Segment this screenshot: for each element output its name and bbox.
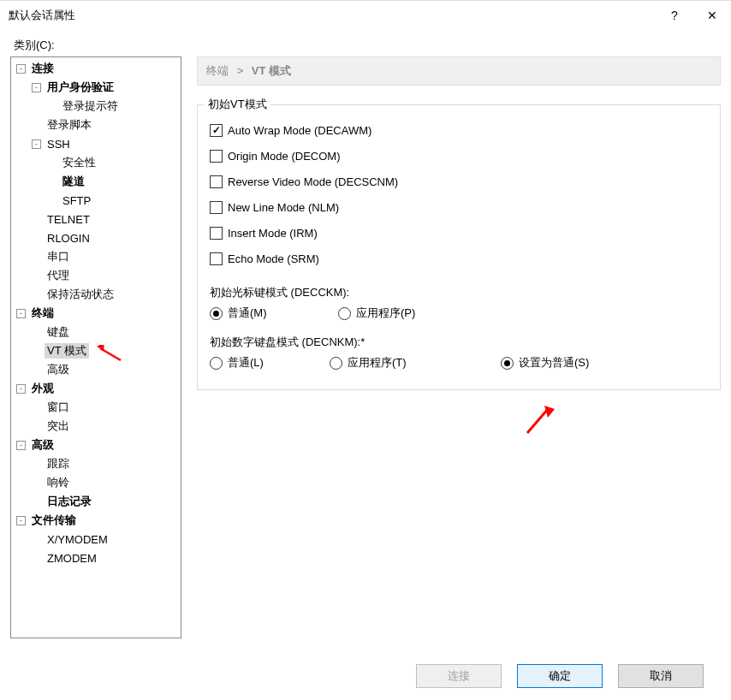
group-initial-vt: 初始VT模式 Auto Wrap Mode (DECAWM) Origin Mo… [197, 104, 721, 390]
svg-marker-3 [544, 406, 555, 418]
radio-label: 应用程序(T) [348, 355, 407, 371]
tree-item-advanced[interactable]: 高级 [29, 437, 56, 453]
radio-cursor-app[interactable] [338, 307, 351, 320]
tree-item-sftp[interactable]: SFTP [60, 194, 93, 207]
tree-item-xymodem[interactable]: X/YMODEM [45, 533, 110, 546]
radio-keypad-set-normal[interactable] [501, 357, 514, 370]
tree-item-keepalive[interactable]: 保持活动状态 [45, 287, 116, 302]
spacer [47, 196, 56, 205]
spacer [32, 554, 41, 563]
tree-item-security[interactable]: 安全性 [60, 155, 98, 170]
tree-item-adv[interactable]: 高级 [45, 362, 72, 377]
spacer [32, 328, 41, 337]
expander-icon[interactable]: - [16, 309, 26, 318]
checkbox-origin[interactable] [210, 150, 223, 163]
expander-icon[interactable]: - [16, 441, 26, 450]
spacer [32, 365, 41, 375]
tree-item-file-transfer[interactable]: 文件传输 [29, 513, 79, 528]
tree-item-appearance[interactable]: 外观 [29, 381, 56, 396]
radio-keypad-app[interactable] [330, 357, 342, 370]
spacer [32, 121, 41, 130]
checkbox-echo[interactable] [210, 252, 223, 265]
tree-item-terminal[interactable]: 终端 [29, 306, 56, 321]
spacer [32, 271, 41, 281]
tree-item-connection[interactable]: 连接 [29, 61, 56, 76]
radio-label: 普通(M) [228, 306, 267, 321]
spacer [32, 234, 41, 243]
spacer [47, 158, 56, 168]
checkbox-insert[interactable] [210, 227, 223, 240]
expander-icon[interactable]: - [32, 139, 41, 149]
spacer [32, 347, 41, 356]
dialog-content: 类别(C): -连接 -用户身份验证 登录提示符 登录脚本 -SSH 安全性 [0, 29, 731, 700]
tree-item-logging[interactable]: 日志记录 [45, 494, 94, 509]
spacer [32, 290, 41, 300]
checkbox-label: Insert Mode (IRM) [228, 227, 318, 240]
spacer [32, 215, 41, 224]
tree-item-proxy[interactable]: 代理 [45, 268, 72, 283]
checkbox-label: Reverse Video Mode (DECSCNM) [228, 175, 398, 188]
expander-icon[interactable]: - [32, 83, 41, 92]
keypad-mode-radios: 普通(L) 应用程序(T) 设置为普通(S) [210, 355, 708, 371]
svg-marker-1 [97, 345, 108, 353]
breadcrumb-a: 终端 [206, 64, 229, 77]
tree-item-window[interactable]: 窗口 [45, 400, 72, 415]
help-button[interactable]: ? [656, 1, 693, 29]
checkbox-label: Origin Mode (DECOM) [228, 150, 340, 163]
checkbox-label: Auto Wrap Mode (DECAWM) [228, 124, 371, 137]
tree-item-serial[interactable]: 串口 [45, 249, 72, 264]
tree-item-rlogin[interactable]: RLOGIN [45, 232, 92, 245]
radio-label: 普通(L) [228, 355, 264, 371]
tree-item-auth[interactable]: 用户身份验证 [45, 80, 116, 95]
category-tree[interactable]: -连接 -用户身份验证 登录提示符 登录脚本 -SSH 安全性 隧道 SFTP [10, 56, 181, 638]
checkbox-newline[interactable] [210, 201, 223, 214]
cancel-button[interactable]: 取消 [618, 664, 704, 688]
breadcrumb: 终端 > VT 模式 [197, 56, 721, 86]
title-text: 默认会话属性 [9, 8, 656, 23]
tree-item-telnet[interactable]: TELNET [45, 213, 92, 226]
spacer [47, 102, 56, 111]
cursor-mode-radios: 普通(M) 应用程序(P) [210, 306, 708, 321]
close-button[interactable]: ✕ [693, 1, 731, 29]
tree-item-login-prompt[interactable]: 登录提示符 [60, 98, 121, 114]
expander-icon[interactable]: - [16, 64, 26, 74]
tree-item-tunnel[interactable]: 隧道 [60, 174, 87, 189]
tree-item-vt-mode[interactable]: VT 模式 [45, 343, 89, 359]
checkbox-label: Echo Mode (SRM) [228, 252, 319, 265]
spacer [32, 422, 41, 431]
dialog-root: 默认会话属性 ? ✕ 类别(C): -连接 -用户身份验证 登录提示符 登录脚本… [0, 0, 731, 700]
keypad-mode-label: 初始数字键盘模式 (DECNKM):* [210, 335, 708, 350]
checkbox-autowrap[interactable] [210, 124, 223, 137]
settings-panel: 终端 > VT 模式 初始VT模式 Auto Wrap Mode (DECAWM… [197, 56, 721, 652]
radio-label: 设置为普通(S) [519, 355, 589, 371]
title-bar: 默认会话属性 ? ✕ [0, 1, 731, 29]
breadcrumb-sep: > [237, 64, 244, 77]
checkbox-label: New Line Mode (NLM) [228, 201, 339, 214]
tree-item-login-script[interactable]: 登录脚本 [45, 117, 94, 133]
tree-item-bell[interactable]: 响铃 [45, 475, 72, 490]
tree-item-zmodem[interactable]: ZMODEM [45, 552, 99, 565]
spacer [32, 403, 41, 412]
annotation-arrow-icon [522, 404, 556, 438]
spacer [47, 177, 56, 187]
spacer [32, 535, 41, 544]
svg-line-2 [527, 409, 548, 433]
group-title: 初始VT模式 [205, 97, 270, 112]
radio-label: 应用程序(P) [356, 306, 415, 321]
expander-icon[interactable]: - [16, 384, 26, 394]
columns: -连接 -用户身份验证 登录提示符 登录脚本 -SSH 安全性 隧道 SFTP [10, 56, 721, 652]
radio-cursor-normal[interactable] [210, 307, 223, 320]
cursor-mode-label: 初始光标键模式 (DECCKM): [210, 285, 708, 300]
tree-item-ssh[interactable]: SSH [45, 138, 73, 151]
tree-item-keyboard[interactable]: 键盘 [45, 324, 72, 340]
category-label: 类别(C): [14, 38, 721, 53]
spacer [32, 497, 41, 507]
ok-button[interactable]: 确定 [517, 664, 603, 688]
expander-icon[interactable]: - [16, 516, 26, 525]
dialog-buttons: 连接 确定 取消 [10, 652, 721, 700]
tree-item-trace[interactable]: 跟踪 [45, 456, 72, 472]
checkbox-reverse[interactable] [210, 175, 223, 188]
tree-item-highlight[interactable]: 突出 [45, 418, 72, 434]
spacer [32, 460, 41, 469]
radio-keypad-normal[interactable] [210, 357, 223, 370]
